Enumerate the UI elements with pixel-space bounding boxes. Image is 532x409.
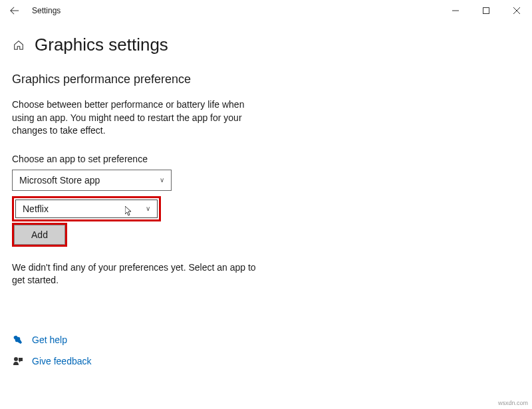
give-feedback-row: Give feedback bbox=[12, 355, 520, 367]
get-help-row: Get help bbox=[12, 334, 520, 346]
choose-app-label: Choose an app to set preference bbox=[12, 154, 520, 164]
arrow-left-icon bbox=[10, 6, 19, 15]
give-feedback-link[interactable]: Give feedback bbox=[32, 356, 92, 366]
chevron-down-icon: ∨ bbox=[146, 205, 150, 212]
home-icon[interactable] bbox=[12, 39, 25, 52]
app-select-highlight: Netflix ∨ bbox=[12, 196, 161, 221]
help-links: Get help Give feedback bbox=[12, 334, 520, 367]
maximize-button[interactable] bbox=[471, 0, 501, 21]
house-icon bbox=[13, 39, 25, 51]
watermark: wsxdn.com bbox=[498, 400, 528, 406]
empty-state-message: We didn't find any of your preferences y… bbox=[12, 261, 258, 287]
app-select-value: Netflix bbox=[23, 204, 49, 214]
feedback-icon bbox=[12, 355, 24, 367]
section-title: Graphics performance preference bbox=[12, 72, 520, 86]
titlebar: Settings bbox=[0, 0, 532, 21]
maximize-icon bbox=[483, 7, 489, 14]
section-description: Choose between better performance or bat… bbox=[12, 98, 251, 138]
app-type-dropdown[interactable]: Microsoft Store app ∨ bbox=[12, 170, 172, 191]
svg-point-2 bbox=[14, 357, 18, 361]
add-button[interactable]: Add bbox=[14, 225, 65, 245]
add-button-label: Add bbox=[31, 229, 48, 240]
page-title: Graphics settings bbox=[35, 35, 168, 55]
chevron-down-icon: ∨ bbox=[160, 176, 164, 184]
get-help-link[interactable]: Get help bbox=[32, 335, 67, 345]
page-header: Graphics settings bbox=[12, 35, 520, 55]
add-button-highlight: Add bbox=[12, 223, 67, 247]
minimize-icon bbox=[452, 7, 459, 14]
app-type-value: Microsoft Store app bbox=[19, 175, 100, 186]
back-button[interactable] bbox=[4, 0, 25, 21]
cursor-icon bbox=[125, 206, 133, 217]
app-select-dropdown[interactable]: Netflix ∨ bbox=[15, 200, 158, 218]
content-area: Graphics settings Graphics performance p… bbox=[0, 21, 532, 367]
window-title: Settings bbox=[32, 6, 61, 15]
close-button[interactable] bbox=[501, 0, 532, 21]
minimize-button[interactable] bbox=[440, 0, 471, 21]
help-icon bbox=[12, 334, 24, 346]
svg-rect-1 bbox=[483, 8, 489, 14]
close-icon bbox=[513, 7, 520, 14]
window-controls bbox=[440, 0, 532, 21]
